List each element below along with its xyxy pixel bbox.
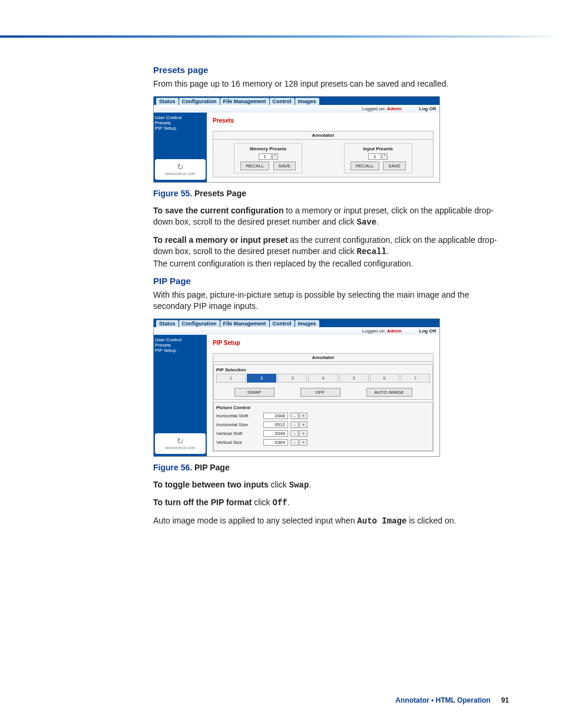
vshift-value[interactable]: 2048 bbox=[263, 430, 288, 437]
save-instruction: To save the current configuration to a m… bbox=[153, 205, 507, 229]
mem-presets-label: Memory Presets bbox=[239, 146, 297, 151]
hshift-value[interactable]: 2048 bbox=[263, 413, 288, 419]
pip-input-7[interactable]: 7 bbox=[401, 374, 430, 383]
log-off-link[interactable]: Log Off bbox=[419, 106, 436, 111]
tab-configuration[interactable]: Configuration bbox=[179, 98, 220, 105]
chevron-down-icon[interactable]: ˅ bbox=[382, 153, 388, 160]
presets-intro: From this page up to 16 memory or 128 in… bbox=[153, 78, 507, 90]
tab-status[interactable]: Status bbox=[156, 320, 178, 327]
mem-preset-dropdown[interactable]: 1 bbox=[259, 153, 272, 160]
pip-input-1[interactable]: 1 bbox=[216, 374, 246, 383]
admin-name: Admin bbox=[387, 106, 402, 111]
plus-button[interactable]: + bbox=[299, 421, 308, 428]
content: Presets page From this page up to 16 mem… bbox=[153, 65, 507, 533]
header-bar bbox=[0, 35, 562, 38]
fig56-sidebar: User Control Presets PIP Setup ↻ www.ext… bbox=[154, 335, 207, 456]
extron-logo: ↻ www.extron.com bbox=[155, 159, 206, 180]
minus-button[interactable]: - bbox=[290, 430, 299, 437]
sidebar-pip-setup[interactable]: PIP Setup bbox=[155, 126, 206, 131]
horizontal-shift-row: Horizontal Shift 2048 - + bbox=[216, 413, 430, 419]
auto-image-button[interactable]: AUTO IMAGE bbox=[366, 388, 412, 397]
inp-preset-dropdown[interactable]: 1 bbox=[368, 153, 381, 160]
auto-image-instruction: Auto image mode is applied to any select… bbox=[153, 515, 507, 528]
memory-presets-group: Memory Presets 1˅ RECALL SAVE bbox=[234, 143, 302, 173]
swap-button[interactable]: SWAP bbox=[234, 388, 275, 397]
pip-intro: With this page, picture-in-picture setup… bbox=[153, 289, 507, 312]
figure-56: Status Configuration File Management Con… bbox=[153, 318, 440, 457]
pip-selection-label: PIP Selection bbox=[216, 367, 430, 373]
pip-input-6[interactable]: 6 bbox=[370, 374, 399, 383]
inp-recall-button[interactable]: RECALL bbox=[351, 162, 379, 170]
pip-heading: PIP Page bbox=[153, 276, 507, 286]
tab-status[interactable]: Status bbox=[156, 98, 178, 105]
tab-control[interactable]: Control bbox=[270, 98, 295, 105]
vsize-value[interactable]: 0384 bbox=[263, 439, 288, 446]
plus-button[interactable]: + bbox=[299, 413, 308, 419]
tab-file-management[interactable]: File Management bbox=[220, 98, 269, 105]
plus-button[interactable]: + bbox=[299, 430, 308, 437]
login-row: Logged on: Admin Log Off bbox=[154, 327, 439, 335]
tab-images[interactable]: Images bbox=[295, 98, 319, 105]
sidebar-pip-setup[interactable]: PIP Setup bbox=[155, 348, 206, 353]
pip-input-5[interactable]: 5 bbox=[339, 374, 369, 383]
inp-presets-label: Input Presets bbox=[349, 146, 407, 151]
fig55-annot-title: Annotator bbox=[213, 131, 433, 140]
fig55-tabs: Status Configuration File Management Con… bbox=[154, 97, 439, 105]
sidebar-user-control[interactable]: User Control bbox=[155, 115, 206, 120]
recall-instruction: To recall a memory or input preset as th… bbox=[153, 235, 507, 270]
figure-56-caption: Figure 56. PIP Page bbox=[153, 463, 507, 472]
fig56-tabs: Status Configuration File Management Con… bbox=[154, 319, 439, 327]
extron-logo: ↻ www.extron.com bbox=[155, 433, 206, 454]
sidebar-presets[interactable]: Presets bbox=[155, 120, 206, 126]
fig56-annot-title: Annotator bbox=[213, 354, 433, 362]
inp-save-button[interactable]: SAVE bbox=[383, 162, 406, 170]
pip-input-4[interactable]: 4 bbox=[308, 374, 338, 383]
off-instruction: To turn off the PIP format click Off. bbox=[153, 497, 507, 509]
figure-55-caption: Figure 55. Presets Page bbox=[153, 189, 507, 198]
swap-instruction: To toggle between two inputs click Swap. bbox=[153, 479, 507, 492]
tab-configuration[interactable]: Configuration bbox=[179, 320, 220, 327]
log-off-link[interactable]: Log Off bbox=[419, 328, 436, 334]
fig55-sidebar: User Control Presets PIP Setup ↻ www.ext… bbox=[154, 113, 207, 182]
input-presets-group: Input Presets 1˅ RECALL SAVE bbox=[344, 143, 412, 173]
login-row: Logged on: Admin Log Off bbox=[154, 105, 439, 113]
page-footer: Annotator • HTML Operation91 bbox=[395, 696, 509, 704]
tab-images[interactable]: Images bbox=[295, 320, 319, 327]
pip-input-3[interactable]: 3 bbox=[277, 374, 307, 383]
presets-heading: Presets page bbox=[153, 65, 507, 75]
hsize-value[interactable]: 0512 bbox=[263, 421, 288, 428]
pip-input-2[interactable]: 2 bbox=[247, 374, 276, 383]
mem-save-button[interactable]: SAVE bbox=[273, 162, 296, 170]
sidebar-user-control[interactable]: User Control bbox=[155, 337, 206, 342]
off-button[interactable]: OFF bbox=[300, 388, 340, 397]
tab-control[interactable]: Control bbox=[270, 320, 295, 327]
figure-55: Status Configuration File Management Con… bbox=[153, 96, 440, 183]
minus-button[interactable]: - bbox=[290, 439, 299, 446]
fig55-panel-title: Presets bbox=[213, 117, 434, 124]
fig56-panel-title: PIP Setup bbox=[213, 340, 434, 346]
mem-recall-button[interactable]: RECALL bbox=[240, 162, 269, 170]
sidebar-presets[interactable]: Presets bbox=[155, 342, 206, 348]
minus-button[interactable]: - bbox=[290, 421, 299, 428]
vertical-size-row: Vertical Size 0384 - + bbox=[216, 439, 430, 446]
vertical-shift-row: Vertical Shift 2048 - + bbox=[216, 430, 430, 437]
minus-button[interactable]: - bbox=[290, 413, 299, 419]
picture-control-label: Picture Control bbox=[216, 405, 430, 410]
chevron-down-icon[interactable]: ˅ bbox=[272, 153, 278, 160]
horizontal-size-row: Horizontal Size 0512 - + bbox=[216, 421, 430, 428]
tab-file-management[interactable]: File Management bbox=[220, 320, 269, 327]
logged-label: Logged on: bbox=[362, 106, 386, 111]
plus-button[interactable]: + bbox=[299, 439, 308, 446]
